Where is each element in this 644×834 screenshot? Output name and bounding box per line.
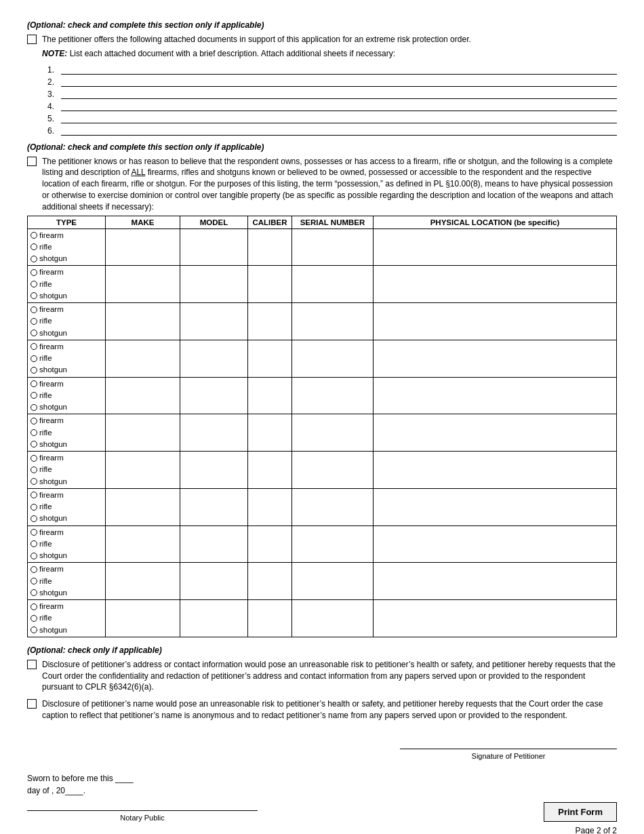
radio-row-shotgun[interactable]: shotgun xyxy=(31,624,102,636)
location-cell[interactable] xyxy=(374,377,617,414)
caliber-cell[interactable] xyxy=(248,229,292,266)
caliber-cell[interactable] xyxy=(248,414,292,452)
location-cell[interactable] xyxy=(374,563,617,600)
caliber-cell[interactable] xyxy=(248,600,292,637)
radio-row-rifle[interactable]: rifle xyxy=(31,538,102,550)
location-cell[interactable] xyxy=(374,488,617,525)
serial-cell[interactable] xyxy=(292,488,374,525)
radio-row-firearm[interactable]: firearm xyxy=(31,490,102,501)
serial-cell[interactable] xyxy=(292,563,374,600)
serial-cell[interactable] xyxy=(292,229,374,266)
serial-cell[interactable] xyxy=(292,266,374,303)
radio-row-shotgun[interactable]: shotgun xyxy=(31,327,102,339)
radio-row-shotgun[interactable]: shotgun xyxy=(31,364,102,376)
radio-row-rifle[interactable]: rifle xyxy=(31,576,102,587)
radio-row-firearm[interactable]: firearm xyxy=(31,304,102,315)
location-cell[interactable] xyxy=(374,340,617,377)
make-cell[interactable] xyxy=(106,525,180,563)
caliber-cell[interactable] xyxy=(248,488,292,525)
model-cell[interactable] xyxy=(180,377,248,414)
line-6-field[interactable] xyxy=(61,125,617,136)
location-cell[interactable] xyxy=(374,266,617,303)
radio-row-rifle[interactable]: rifle xyxy=(31,427,102,439)
location-cell[interactable] xyxy=(374,414,617,452)
serial-cell[interactable] xyxy=(292,600,374,637)
radio-row-rifle[interactable]: rifle xyxy=(31,501,102,513)
location-cell[interactable] xyxy=(374,525,617,563)
radio-row-shotgun[interactable]: shotgun xyxy=(31,476,102,488)
make-cell[interactable] xyxy=(106,266,180,303)
serial-cell[interactable] xyxy=(292,452,374,489)
make-cell[interactable] xyxy=(106,340,180,377)
caliber-cell[interactable] xyxy=(248,377,292,414)
model-cell[interactable] xyxy=(180,488,248,525)
radio-row-rifle[interactable]: rifle xyxy=(31,241,102,253)
caliber-cell[interactable] xyxy=(248,266,292,303)
location-cell[interactable] xyxy=(374,452,617,489)
make-cell[interactable] xyxy=(106,303,180,340)
line-1-field[interactable] xyxy=(61,64,617,75)
make-cell[interactable] xyxy=(106,414,180,452)
serial-cell[interactable] xyxy=(292,525,374,563)
model-cell[interactable] xyxy=(180,229,248,266)
model-cell[interactable] xyxy=(180,303,248,340)
radio-row-firearm[interactable]: firearm xyxy=(31,601,102,612)
print-form-button[interactable]: Print Form xyxy=(544,802,617,822)
radio-row-rifle[interactable]: rifle xyxy=(31,353,102,364)
make-cell[interactable] xyxy=(106,563,180,600)
make-cell[interactable] xyxy=(106,377,180,414)
radio-row-shotgun[interactable]: shotgun xyxy=(31,513,102,524)
make-cell[interactable] xyxy=(106,600,180,637)
make-cell[interactable] xyxy=(106,229,180,266)
make-cell[interactable] xyxy=(106,452,180,489)
location-cell[interactable] xyxy=(374,600,617,637)
location-cell[interactable] xyxy=(374,229,617,266)
model-cell[interactable] xyxy=(180,340,248,377)
model-cell[interactable] xyxy=(180,525,248,563)
radio-row-firearm[interactable]: firearm xyxy=(31,341,102,353)
radio-row-firearm[interactable]: firearm xyxy=(31,230,102,241)
caliber-cell[interactable] xyxy=(248,303,292,340)
section3-checkbox1[interactable] xyxy=(27,660,37,669)
serial-cell[interactable] xyxy=(292,414,374,452)
caliber-cell[interactable] xyxy=(248,563,292,600)
section2-checkbox[interactable] xyxy=(27,157,37,166)
radio-row-shotgun[interactable]: shotgun xyxy=(31,587,102,599)
model-cell[interactable] xyxy=(180,563,248,600)
caliber-cell[interactable] xyxy=(248,340,292,377)
radio-row-rifle[interactable]: rifle xyxy=(31,315,102,327)
radio-row-rifle[interactable]: rifle xyxy=(31,612,102,624)
radio-row-rifle[interactable]: rifle xyxy=(31,464,102,475)
line-4-field[interactable] xyxy=(61,100,617,111)
radio-row-firearm[interactable]: firearm xyxy=(31,415,102,426)
radio-row-shotgun[interactable]: shotgun xyxy=(31,401,102,413)
serial-cell[interactable] xyxy=(292,377,374,414)
serial-cell[interactable] xyxy=(292,303,374,340)
model-cell[interactable] xyxy=(180,600,248,637)
radio-row-firearm[interactable]: firearm xyxy=(31,527,102,538)
radio-row-firearm[interactable]: firearm xyxy=(31,266,102,278)
line-2-field[interactable] xyxy=(61,76,617,87)
line-3-field[interactable] xyxy=(61,88,617,99)
section1-checkbox[interactable] xyxy=(27,35,37,44)
make-cell[interactable] xyxy=(106,488,180,525)
model-cell[interactable] xyxy=(180,452,248,489)
caliber-cell[interactable] xyxy=(248,452,292,489)
model-cell[interactable] xyxy=(180,414,248,452)
radio-row-firearm[interactable]: firearm xyxy=(31,378,102,390)
radio-row-rifle[interactable]: rifle xyxy=(31,279,102,290)
location-cell[interactable] xyxy=(374,303,617,340)
serial-cell[interactable] xyxy=(292,340,374,377)
radio-row-shotgun[interactable]: shotgun xyxy=(31,550,102,561)
radio-row-shotgun[interactable]: shotgun xyxy=(31,253,102,264)
radio-row-rifle[interactable]: rifle xyxy=(31,390,102,401)
radio-row-shotgun[interactable]: shotgun xyxy=(31,439,102,450)
caliber-cell[interactable] xyxy=(248,525,292,563)
radio-row-firearm[interactable]: firearm xyxy=(31,452,102,464)
radio-row-shotgun[interactable]: shotgun xyxy=(31,290,102,302)
section3-checkbox2[interactable] xyxy=(27,699,37,709)
radio-row-firearm[interactable]: firearm xyxy=(31,563,102,575)
section1-checkbox-row: The petitioner offers the following atta… xyxy=(27,34,617,45)
model-cell[interactable] xyxy=(180,266,248,303)
line-5-field[interactable] xyxy=(61,113,617,123)
